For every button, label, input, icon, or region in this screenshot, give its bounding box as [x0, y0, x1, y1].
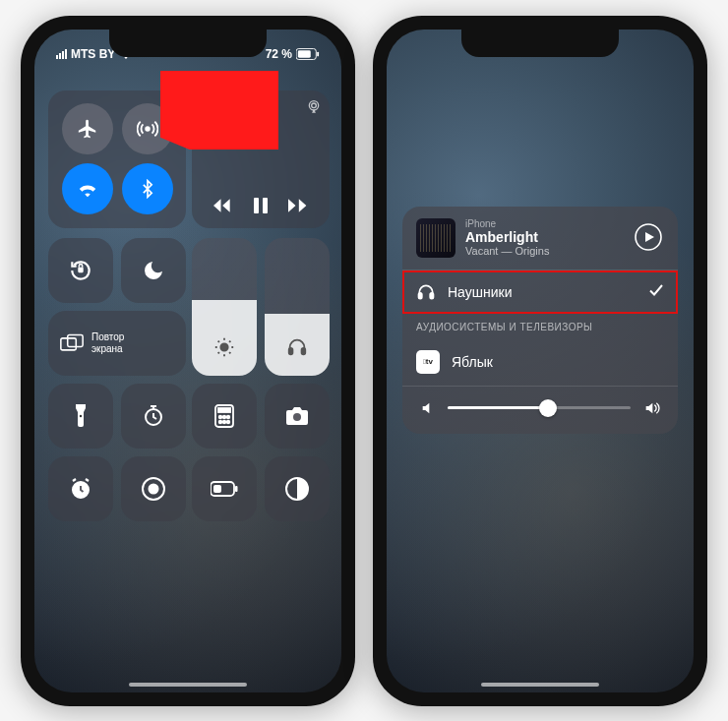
screen-recording-tile[interactable]: [121, 456, 186, 521]
svg-rect-17: [218, 408, 230, 412]
appearance-icon: [284, 476, 310, 502]
airplane-mode-toggle[interactable]: [62, 103, 113, 154]
volume-low-icon: [420, 400, 436, 416]
do-not-disturb-tile[interactable]: [121, 238, 186, 303]
svg-point-4: [309, 100, 318, 109]
timer-icon: [142, 404, 165, 428]
album-art: [416, 218, 455, 258]
calculator-icon: [214, 404, 234, 428]
orientation-lock-tile[interactable]: [48, 238, 113, 303]
headphones-icon: [286, 336, 308, 362]
status-right: 72 %: [266, 47, 320, 61]
svg-rect-8: [78, 267, 83, 271]
volume-slider[interactable]: [448, 406, 631, 409]
svg-rect-6: [254, 198, 259, 213]
calculator-tile[interactable]: [192, 384, 257, 449]
media-controls: [204, 196, 318, 218]
flashlight-tile[interactable]: [48, 384, 113, 449]
alarm-tile[interactable]: [48, 456, 113, 521]
now-playing-title: Amberlight: [465, 229, 625, 245]
wifi-icon: [77, 178, 98, 200]
next-track-button[interactable]: [288, 196, 308, 218]
screen-right: iPhone Amberlight Vacant — Origins Наушн…: [387, 30, 694, 692]
screen-mirroring-tile[interactable]: Повтор экрана: [48, 311, 186, 376]
svg-point-20: [227, 415, 230, 418]
svg-point-3: [146, 127, 150, 131]
svg-point-14: [80, 414, 82, 416]
cellular-signal-icon: [56, 49, 67, 59]
antenna-icon: [137, 118, 158, 140]
volume-high-icon: [642, 400, 660, 416]
wifi-toggle[interactable]: [62, 163, 113, 214]
airplane-icon: [77, 118, 98, 140]
svg-point-18: [219, 415, 222, 418]
svg-point-5: [312, 103, 317, 108]
volume-fill: [448, 406, 548, 409]
svg-point-21: [219, 420, 222, 423]
battery-percent: 72 %: [266, 47, 292, 61]
camera-tile[interactable]: [265, 384, 330, 449]
low-power-mode-tile[interactable]: [192, 456, 257, 521]
svg-rect-29: [213, 485, 221, 493]
connectivity-tile[interactable]: [48, 90, 186, 228]
now-playing-tile[interactable]: Amberlight Vacant: [192, 90, 330, 228]
brightness-icon: [213, 336, 235, 362]
bluetooth-toggle[interactable]: [122, 163, 173, 214]
cellular-data-toggle[interactable]: [122, 103, 173, 154]
screen-mirroring-label: Повтор экрана: [91, 331, 124, 355]
svg-rect-2: [317, 51, 319, 56]
checkmark-icon: [648, 282, 664, 301]
svg-rect-7: [263, 198, 268, 213]
audio-section-header: АУДИОСИСТЕМЫ И ТЕЛЕВИЗОРЫ: [402, 314, 678, 338]
output-headphones-row[interactable]: Наушники: [402, 270, 678, 314]
control-center: Amberlight Vacant: [46, 85, 330, 681]
orientation-lock-icon: [68, 258, 93, 283]
appletv-icon: tv: [416, 350, 440, 374]
play-pause-button[interactable]: [635, 223, 664, 253]
svg-point-27: [149, 483, 159, 494]
screen-mirroring-icon: [60, 333, 84, 353]
svg-rect-34: [430, 292, 433, 298]
timer-tile[interactable]: [121, 384, 186, 449]
output-appletv-label: Яблык: [452, 354, 493, 370]
output-headphones-label: Наушники: [448, 284, 512, 300]
pause-button[interactable]: [254, 196, 268, 218]
audio-output-panel[interactable]: iPhone Amberlight Vacant — Origins Наушн…: [402, 207, 678, 434]
camera-icon: [285, 406, 309, 426]
battery-icon: [296, 48, 320, 60]
svg-rect-33: [419, 292, 422, 298]
volume-row: [402, 387, 678, 434]
now-playing-title: Amberlight: [204, 100, 318, 115]
now-playing-row[interactable]: iPhone Amberlight Vacant — Origins: [402, 207, 678, 270]
record-icon: [141, 476, 166, 502]
screen-left: MTS BY 72 %: [34, 30, 341, 692]
brightness-slider[interactable]: [192, 238, 257, 376]
carrier-label: MTS BY: [71, 47, 115, 61]
svg-rect-12: [289, 347, 293, 353]
svg-rect-1: [298, 50, 311, 57]
previous-track-button[interactable]: [213, 196, 233, 218]
home-indicator[interactable]: [129, 683, 247, 687]
now-playing-artist: Vacant: [204, 117, 318, 129]
svg-point-22: [223, 420, 226, 423]
dark-mode-tile[interactable]: [265, 456, 330, 521]
now-playing-meta: iPhone Amberlight Vacant — Origins: [465, 218, 625, 257]
svg-point-19: [223, 415, 226, 418]
now-playing-meta: Amberlight Vacant: [204, 100, 318, 129]
airplay-icon[interactable]: [306, 98, 322, 118]
headphones-icon: [416, 282, 436, 302]
volume-slider[interactable]: [265, 238, 330, 376]
svg-point-23: [227, 420, 230, 423]
flashlight-icon: [72, 404, 90, 428]
volume-thumb[interactable]: [539, 399, 557, 417]
svg-point-24: [293, 413, 301, 421]
svg-rect-9: [61, 337, 76, 349]
svg-rect-13: [302, 347, 306, 353]
notch: [461, 30, 619, 57]
output-appletv-row[interactable]: tv Яблык: [402, 338, 678, 386]
svg-rect-10: [68, 334, 83, 346]
home-indicator[interactable]: [481, 683, 599, 687]
bluetooth-icon: [138, 179, 157, 199]
notch: [109, 30, 267, 57]
now-playing-source: iPhone: [465, 218, 625, 229]
